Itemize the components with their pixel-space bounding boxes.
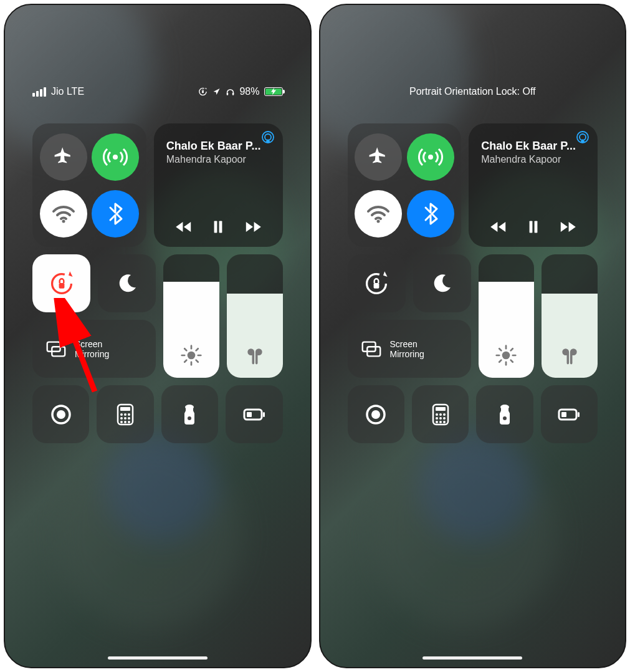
media-title: Chalo Ek Baar P...	[481, 140, 585, 153]
rewind-button[interactable]	[489, 217, 508, 237]
status-bar: Portrait Orientation Lock: Off	[320, 84, 626, 100]
cellular-signal-icon	[32, 87, 46, 97]
battery-percent-label: 98%	[239, 86, 259, 97]
airpods-icon	[558, 344, 581, 367]
airplay-audio-icon[interactable]	[260, 130, 275, 145]
low-power-mode-toggle[interactable]	[226, 385, 282, 443]
control-center: Chalo Ek Baar P... Mahendra Kapoor	[348, 123, 598, 443]
screen-mirroring-label-1: Screen	[75, 339, 109, 349]
connectivity-panel[interactable]	[348, 123, 462, 247]
play-pause-button[interactable]	[523, 217, 543, 237]
flashlight-button[interactable]	[161, 385, 218, 443]
cellular-data-toggle[interactable]	[92, 133, 139, 181]
phone-left: Jio LTE 98% Chalo Ek Baar	[4, 4, 312, 668]
flashlight-button[interactable]	[476, 385, 533, 443]
low-power-mode-toggle[interactable]	[541, 385, 598, 443]
phone-right: Portrait Orientation Lock: Off Chalo Ek …	[319, 4, 627, 668]
media-title: Chalo Ek Baar P...	[166, 140, 270, 153]
home-indicator[interactable]	[422, 656, 522, 660]
media-artist: Mahendra Kapoor	[481, 154, 585, 165]
sun-icon	[180, 344, 203, 367]
airplane-mode-toggle[interactable]	[355, 133, 402, 181]
screen-record-button[interactable]	[32, 385, 89, 443]
wifi-toggle[interactable]	[40, 190, 87, 238]
connectivity-panel[interactable]	[32, 123, 146, 247]
home-indicator[interactable]	[108, 656, 208, 660]
volume-slider[interactable]	[542, 254, 598, 378]
cellular-data-toggle[interactable]	[407, 133, 454, 181]
play-pause-button[interactable]	[208, 217, 228, 237]
airplane-mode-toggle[interactable]	[40, 133, 87, 181]
screen-mirroring-label-2: Mirroring	[75, 349, 109, 359]
orientation-lock-toggle[interactable]	[32, 254, 90, 312]
forward-button[interactable]	[243, 217, 263, 237]
status-bar: Jio LTE 98%	[5, 84, 310, 100]
sun-icon	[495, 344, 517, 367]
location-arrow-icon	[212, 87, 221, 97]
media-panel[interactable]: Chalo Ek Baar P... Mahendra Kapoor	[469, 123, 598, 247]
bluetooth-toggle[interactable]	[407, 190, 454, 238]
do-not-disturb-toggle[interactable]	[413, 254, 471, 312]
bluetooth-toggle[interactable]	[92, 190, 139, 238]
calculator-button[interactable]	[412, 385, 469, 443]
screen-mirroring-button[interactable]: ScreenMirroring	[32, 320, 156, 378]
carrier-label: Jio LTE	[51, 86, 84, 97]
forward-button[interactable]	[558, 217, 578, 237]
screen-mirroring-button[interactable]: ScreenMirroring	[348, 320, 471, 378]
battery-icon	[264, 87, 283, 96]
screen-mirroring-label-2: Mirroring	[390, 349, 424, 359]
headphones-icon	[226, 87, 235, 97]
brightness-slider[interactable]	[479, 254, 535, 378]
brightness-slider[interactable]	[163, 254, 219, 378]
calculator-button[interactable]	[97, 385, 153, 443]
rewind-button[interactable]	[174, 217, 194, 237]
status-banner: Portrait Orientation Lock: Off	[320, 86, 626, 97]
media-artist: Mahendra Kapoor	[166, 154, 270, 165]
orientation-lock-toggle[interactable]	[348, 254, 406, 312]
screen-mirroring-label-1: Screen	[390, 339, 424, 349]
volume-slider[interactable]	[227, 254, 283, 378]
screen-record-button[interactable]	[348, 385, 404, 443]
wifi-toggle[interactable]	[355, 190, 402, 238]
airpods-icon	[244, 344, 266, 367]
screen-mirroring-icon	[359, 337, 383, 361]
orientation-lock-status-icon	[198, 87, 208, 97]
do-not-disturb-toggle[interactable]	[98, 254, 156, 312]
screen-mirroring-icon	[44, 337, 67, 361]
control-center: Chalo Ek Baar P... Mahendra Kapoor	[32, 123, 283, 443]
airplay-audio-icon[interactable]	[575, 130, 590, 145]
media-panel[interactable]: Chalo Ek Baar P... Mahendra Kapoor	[154, 123, 283, 247]
